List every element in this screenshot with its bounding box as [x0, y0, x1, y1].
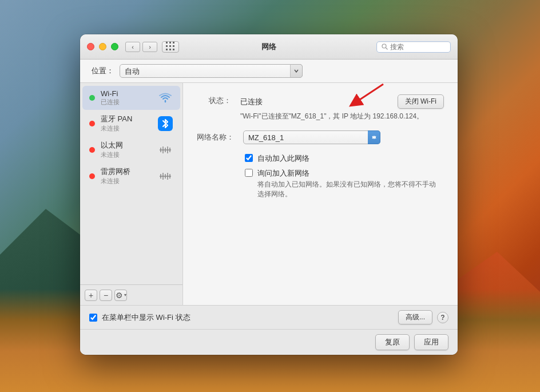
thunderbolt-status-dot	[89, 173, 95, 179]
maximize-button[interactable]	[111, 43, 118, 50]
nav-buttons: ‹ ›	[125, 42, 157, 52]
minimize-button[interactable]	[99, 43, 106, 50]
network-name-select[interactable]: MZ_618_1	[243, 130, 380, 144]
main-content: Wi-Fi 已连接	[80, 83, 458, 305]
bluetooth-status-dot	[89, 121, 95, 126]
apply-button[interactable]: 应用	[414, 334, 448, 350]
bottom-bar: 在菜单栏中显示 Wi-Fi 状态 高级... ?	[80, 305, 458, 329]
svg-point-0	[382, 44, 386, 48]
window-title: 网络	[261, 42, 276, 52]
ethernet-icon	[157, 142, 173, 158]
gear-dropdown-arrow: ▾	[124, 293, 126, 298]
remove-network-button[interactable]: −	[100, 290, 112, 301]
ethernet-status: 未连接	[101, 151, 152, 159]
auto-join-label: 自动加入此网络	[257, 153, 309, 164]
show-wifi-label: 在菜单栏中显示 Wi-Fi 状态	[102, 312, 190, 323]
wifi-status: 已连接	[101, 98, 152, 106]
search-box[interactable]	[376, 41, 451, 53]
back-button[interactable]: ‹	[125, 42, 140, 52]
sidebar-list: Wi-Fi 已连接	[80, 83, 182, 284]
bluetooth-status: 未连接	[101, 124, 152, 133]
bluetooth-item-text: 蓝牙 PAN 未连接	[101, 114, 152, 133]
disconnect-wifi-button[interactable]: 关闭 Wi-Fi	[398, 94, 444, 109]
ask-join-label: 询问加入新网络	[257, 168, 440, 179]
wifi-icon	[157, 90, 173, 106]
traffic-lights	[87, 43, 118, 50]
ethernet-item-text: 以太网 未连接	[101, 140, 152, 159]
search-icon	[382, 43, 388, 50]
network-name-label: 网络名称：	[197, 132, 234, 142]
sidebar: Wi-Fi 已连接	[80, 83, 183, 305]
checkbox-section: 自动加入此网络 询问加入新网络 将自动加入已知网络。如果没有已知网络，您将不得不…	[245, 153, 444, 199]
wifi-item-text: Wi-Fi 已连接	[101, 89, 152, 106]
network-select-container[interactable]: MZ_618_1	[243, 130, 380, 144]
sidebar-item-ethernet[interactable]: 以太网 未连接	[82, 137, 180, 163]
ask-join-row: 询问加入新网络 将自动加入已知网络。如果没有已知网络，您将不得不手动选择网络。	[245, 168, 444, 199]
show-wifi-menubar-checkbox[interactable]	[89, 314, 97, 322]
location-dropdown[interactable]: 自动	[120, 64, 303, 78]
gear-icon: ⚙	[116, 291, 123, 299]
close-button[interactable]	[87, 43, 94, 50]
auto-join-checkbox[interactable]	[245, 154, 253, 162]
detail-panel: 状态： 已连接 关闭 Wi-Fi "Wi-Fi"已连接至"MZ_618_1"，其…	[183, 83, 458, 305]
advanced-button[interactable]: 高级...	[398, 310, 432, 324]
titlebar: ‹ › 网络	[80, 34, 458, 60]
network-settings-button[interactable]: ⚙ ▾	[114, 290, 127, 301]
sidebar-item-thunderbolt[interactable]: 雷雳网桥 未连接	[82, 163, 180, 189]
status-detail: "Wi-Fi"已连接至"MZ_618_1"，其 IP 地址为 192.168.0…	[240, 111, 444, 121]
network-preferences-window: ‹ › 网络 位置： 自动	[80, 34, 458, 355]
grid-icon	[166, 42, 176, 52]
search-input[interactable]	[390, 43, 446, 51]
location-bar: 位置： 自动	[80, 60, 458, 83]
network-dropdown-arrow[interactable]	[368, 130, 380, 144]
ask-join-checkbox[interactable]	[245, 169, 253, 177]
location-label: 位置：	[92, 66, 114, 76]
status-label: 状态：	[197, 94, 231, 106]
svg-line-1	[386, 48, 388, 50]
thunderbolt-status: 未连接	[101, 177, 152, 185]
location-select-container[interactable]: 自动	[120, 64, 303, 78]
show-wifi-row: 在菜单栏中显示 Wi-Fi 状态	[89, 312, 190, 323]
thunderbolt-item-text: 雷雳网桥 未连接	[101, 167, 152, 185]
bluetooth-name: 蓝牙 PAN	[101, 114, 152, 124]
forward-button[interactable]: ›	[142, 42, 157, 52]
restore-button[interactable]: 复原	[375, 334, 410, 350]
action-buttons-bar: 复原 应用	[80, 329, 458, 355]
ethernet-status-dot	[89, 147, 95, 153]
thunderbolt-name: 雷雳网桥	[101, 167, 152, 177]
sidebar-toolbar: + − ⚙ ▾	[80, 284, 182, 305]
sidebar-item-bluetooth[interactable]: 蓝牙 PAN 未连接	[82, 110, 180, 136]
svg-line-2	[355, 84, 383, 103]
thunderbolt-icon	[157, 168, 173, 184]
ethernet-name: 以太网	[101, 140, 152, 151]
annotation-arrow	[320, 81, 389, 110]
grid-view-button[interactable]	[162, 41, 179, 53]
ask-join-hint: 将自动加入已知网络。如果没有已知网络，您将不得不手动选择网络。	[257, 180, 440, 199]
bluetooth-icon	[157, 116, 173, 132]
network-name-row: 网络名称： MZ_618_1	[197, 130, 444, 144]
add-network-button[interactable]: +	[85, 290, 97, 301]
bottom-buttons: 高级... ?	[398, 310, 448, 324]
sidebar-item-wifi[interactable]: Wi-Fi 已连接	[82, 86, 180, 110]
location-dropdown-arrow[interactable]	[290, 64, 303, 78]
help-button[interactable]: ?	[437, 312, 448, 323]
wifi-name: Wi-Fi	[101, 89, 152, 98]
auto-join-row: 自动加入此网络	[245, 153, 444, 164]
wifi-status-dot	[89, 95, 95, 101]
